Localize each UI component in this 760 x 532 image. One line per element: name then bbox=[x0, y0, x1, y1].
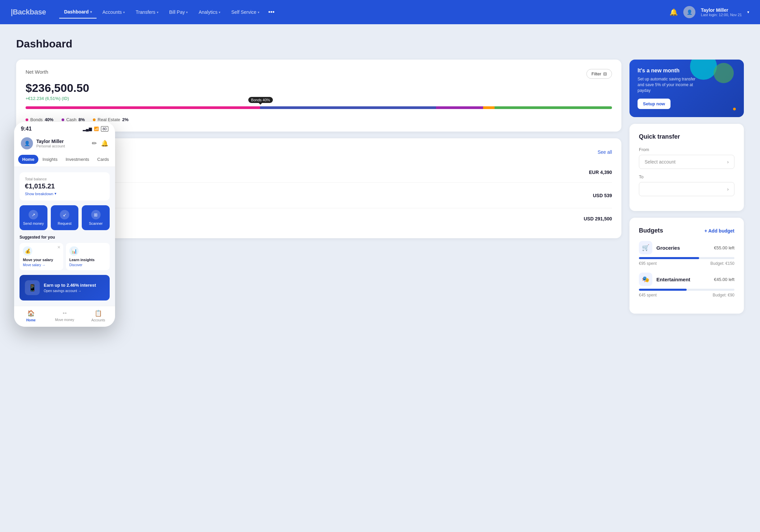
nav-links: Dashboard ▾ Accounts ▾ Transfers ▾ Bill … bbox=[59, 6, 669, 19]
net-worth-header: Net Worth Filter ⊟ bbox=[26, 69, 612, 79]
list-item: ✕ 💰 Move your salary Move salary → bbox=[20, 243, 63, 270]
promo-content: It's a new month Set up automatic saving… bbox=[638, 68, 701, 109]
allocation-bar bbox=[26, 106, 612, 109]
mobile-suggested: Suggested for you ✕ 💰 Move your salary M… bbox=[20, 235, 110, 270]
mobile-header: 👤 Taylor Miller Personal account ✏ 🔔 bbox=[14, 135, 115, 153]
edit-icon[interactable]: ✏ bbox=[92, 140, 97, 147]
mobile-nav-home[interactable]: Home bbox=[18, 155, 38, 164]
net-worth-label: Net Worth bbox=[26, 69, 48, 75]
mobile-content: Total balance €1,015.21 Show breakdown ▾… bbox=[14, 167, 115, 306]
cash-segment bbox=[436, 106, 483, 109]
send-money-button[interactable]: ↗ Send money bbox=[20, 205, 47, 230]
bonds-legend: Bonds 40% bbox=[26, 117, 53, 122]
mobile-balance-card: Total balance €1,015.21 Show breakdown ▾ bbox=[20, 172, 110, 201]
mobile-nav: Home Insights Investments Cards Help bbox=[14, 153, 115, 167]
chevron-down-icon: ▾ bbox=[55, 191, 57, 196]
to-label: To bbox=[639, 174, 734, 179]
transfer-icon: ↔ bbox=[62, 310, 68, 317]
see-all-link[interactable]: See all bbox=[598, 149, 612, 155]
nav-item-dashboard[interactable]: Dashboard ▾ bbox=[59, 6, 96, 19]
groceries-icon: 🛒 bbox=[639, 241, 652, 254]
right-column: It's a new month Set up automatic saving… bbox=[629, 60, 744, 314]
mobile-user: 👤 Taylor Miller Personal account bbox=[21, 137, 65, 149]
mobile-promo-title: Earn up to 2.46% interest bbox=[44, 283, 96, 288]
user-avatar: 👤 bbox=[683, 6, 695, 18]
budgets-title: Budgets bbox=[639, 227, 663, 234]
suggested-title: Suggested for you bbox=[20, 235, 110, 240]
scanner-button[interactable]: ⊞ Scanner bbox=[82, 205, 110, 230]
bell-icon[interactable]: 🔔 bbox=[101, 140, 108, 147]
mobile-nav-investments[interactable]: Investments bbox=[62, 155, 93, 164]
request-button[interactable]: ↙ Request bbox=[51, 205, 79, 230]
discover-link[interactable]: Discover bbox=[69, 263, 106, 267]
mobile-status-icons: ▂▄▆ 📶 80 bbox=[83, 126, 108, 132]
add-budget-button[interactable]: + Add budget bbox=[704, 228, 734, 234]
net-worth-change: +€12.234 (6,51%) (ID) bbox=[26, 96, 612, 101]
main-grid: Net Worth Filter ⊟ $236,500.50 +€12.234 … bbox=[16, 60, 744, 314]
realestate-segment bbox=[483, 106, 495, 109]
budget-total: Budget: €90 bbox=[713, 293, 734, 297]
cash-dot bbox=[62, 118, 64, 121]
chevron-down-icon: ▾ bbox=[157, 10, 158, 14]
net-worth-card: Net Worth Filter ⊟ $236,500.50 +€12.234 … bbox=[16, 60, 621, 132]
request-icon: ↙ bbox=[60, 210, 69, 219]
promo-setup-button[interactable]: Setup now bbox=[638, 99, 671, 109]
chevron-down-icon: ▾ bbox=[90, 10, 92, 14]
cash-legend: Cash 8% bbox=[62, 117, 85, 122]
from-account-select[interactable]: Select account › bbox=[639, 155, 734, 169]
realestate-dot bbox=[93, 118, 96, 121]
close-icon[interactable]: ✕ bbox=[57, 245, 61, 250]
mobile-promo-content: Earn up to 2.46% interest Open savings a… bbox=[44, 283, 96, 293]
chevron-down-icon: ▾ bbox=[258, 10, 259, 14]
user-last-login: Last login: 12:00, Nov 21 bbox=[701, 13, 742, 17]
nav-item-transfers[interactable]: Transfers ▾ bbox=[131, 6, 163, 19]
mobile-time: 9:41 bbox=[21, 126, 32, 132]
budget-footer: €95 spent Budget: €150 bbox=[639, 261, 734, 266]
entertainment-icon: 🎭 bbox=[639, 273, 652, 286]
quick-transfer-title: Quick transfer bbox=[639, 133, 734, 140]
budgets-card: Budgets + Add budget 🛒 Groceries €55.00 … bbox=[629, 218, 744, 314]
nav-item-analytics[interactable]: Analytics ▾ bbox=[194, 6, 225, 19]
nav-more-button[interactable]: ••• bbox=[265, 6, 277, 19]
nav-item-accounts[interactable]: Accounts ▾ bbox=[98, 6, 130, 19]
nav-item-billpay[interactable]: Bill Pay ▾ bbox=[165, 6, 193, 19]
wifi-icon: 📶 bbox=[94, 127, 99, 131]
sug-text: Learn insights bbox=[69, 258, 106, 262]
salary-icon: 💰 bbox=[23, 246, 32, 256]
mobile-bottom-nav: 🏠 Home ↔ Move money 📋 Accounts bbox=[14, 306, 115, 327]
open-savings-link[interactable]: Open savings account → bbox=[44, 289, 96, 293]
notification-bell-icon[interactable]: 🔔 bbox=[669, 8, 678, 16]
budget-row: 🎭 Entertainment €45.00 left bbox=[639, 273, 734, 286]
mobile-bottom-accounts[interactable]: 📋 Accounts bbox=[81, 310, 115, 322]
chevron-down-icon: ▾ bbox=[186, 10, 188, 14]
chevron-right-icon: › bbox=[727, 186, 729, 192]
mobile-nav-insights[interactable]: Insights bbox=[38, 155, 62, 164]
budget-name: Entertainment bbox=[656, 277, 690, 282]
user-menu-chevron-icon[interactable]: ▾ bbox=[747, 10, 749, 14]
budget-left-amount: €45.00 left bbox=[714, 277, 734, 282]
filter-icon: ⊟ bbox=[603, 71, 607, 76]
mobile-overlay: 9:41 ▂▄▆ 📶 80 👤 Taylor Miller Personal a… bbox=[14, 122, 115, 327]
budget-progress-bar bbox=[639, 289, 734, 291]
to-account-select[interactable]: › bbox=[639, 182, 734, 196]
budget-bar-fill bbox=[639, 289, 687, 291]
move-salary-link[interactable]: Move salary → bbox=[23, 263, 60, 267]
user-name: Taylor Miller bbox=[701, 7, 742, 13]
nav-item-selfservice[interactable]: Self Service ▾ bbox=[226, 6, 264, 19]
signal-icon: ▂▄▆ bbox=[83, 127, 92, 131]
insights-icon: 📊 bbox=[69, 246, 79, 256]
list-item: 📊 Learn insights Discover bbox=[66, 243, 110, 270]
mobile-header-icons: ✏ 🔔 bbox=[92, 140, 108, 147]
budget-left-amount: €55.00 left bbox=[714, 245, 734, 250]
mobile-nav-cards[interactable]: Cards bbox=[93, 155, 113, 164]
promo-circle2 bbox=[714, 63, 734, 83]
mobile-show-breakdown[interactable]: Show breakdown ▾ bbox=[25, 191, 104, 196]
mobile-nav-help[interactable]: Help bbox=[113, 155, 115, 164]
mobile-status-bar: 9:41 ▂▄▆ 📶 80 bbox=[14, 122, 115, 135]
mobile-bottom-home[interactable]: 🏠 Home bbox=[14, 310, 48, 322]
filter-button[interactable]: Filter ⊟ bbox=[586, 69, 612, 79]
mobile-user-name: Taylor Miller bbox=[36, 139, 65, 144]
navbar: |Backbase Dashboard ▾ Accounts ▾ Transfe… bbox=[0, 0, 760, 24]
promo-subtitle: Set up automatic saving transfer and sav… bbox=[638, 76, 701, 93]
mobile-bottom-movemoney[interactable]: ↔ Move money bbox=[48, 310, 81, 322]
